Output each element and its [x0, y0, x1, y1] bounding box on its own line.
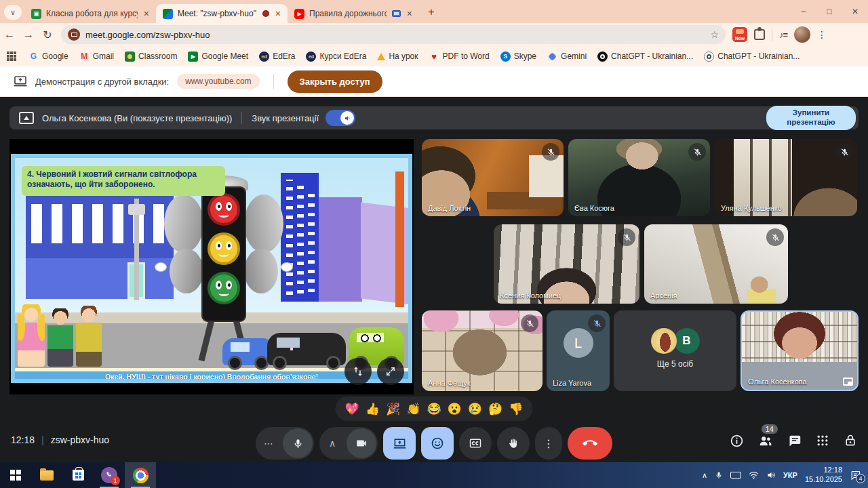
- slide-orange-pole: [395, 171, 404, 307]
- back-button[interactable]: ←: [0, 28, 19, 41]
- reaction-laugh[interactable]: 😂: [427, 403, 441, 415]
- chevron-down-icon: ∨: [10, 8, 16, 17]
- mic-options-button[interactable]: ⋯: [256, 438, 281, 449]
- bookmark-gemini[interactable]: Gemini: [547, 52, 587, 61]
- reaction-heart[interactable]: 💖: [345, 403, 359, 415]
- camera-options-button[interactable]: ∧: [319, 438, 345, 449]
- people-panel-button[interactable]: 14: [758, 433, 773, 448]
- profile-avatar[interactable]: [794, 26, 810, 43]
- close-tab-icon[interactable]: ×: [406, 9, 414, 18]
- media-controls-icon[interactable]: ♪≡: [779, 30, 787, 40]
- tray-mic-icon[interactable]: [715, 470, 723, 480]
- viber-button[interactable]: 1: [94, 462, 125, 488]
- close-tab-icon[interactable]: ×: [142, 9, 151, 18]
- volume-icon[interactable]: [766, 470, 776, 480]
- slide-art: [18, 304, 45, 367]
- apps-grid-icon[interactable]: [7, 52, 16, 61]
- close-tab-icon[interactable]: ×: [274, 9, 282, 18]
- reactions-bar: 💖 👍 🎉 👏 😂 😮 😢 🤔 👎: [336, 396, 533, 421]
- keyboard-icon[interactable]: [730, 472, 741, 479]
- chat-panel-button[interactable]: [787, 434, 802, 448]
- reaction-thumbs-down[interactable]: 👎: [509, 403, 523, 415]
- host-controls-lock-button[interactable]: [844, 434, 857, 447]
- hidden-icons-chevron[interactable]: ∧: [702, 471, 707, 480]
- bookmark-skype[interactable]: SSkype: [500, 52, 536, 62]
- tab-search-button[interactable]: ∨: [4, 5, 22, 20]
- presenter-name: Ольга Косенкова (Ви (показуєте презентац…: [42, 113, 232, 123]
- microsoft-store-button[interactable]: [62, 462, 94, 488]
- fullscreen-button[interactable]: [377, 358, 404, 385]
- language-indicator[interactable]: УКР: [783, 471, 797, 479]
- microphone-group: ⋯: [256, 427, 314, 460]
- presentation-sound-toggle[interactable]: [326, 110, 355, 126]
- video-tile-olga-self[interactable]: Ольга Косенкова: [741, 310, 859, 391]
- raise-hand-button[interactable]: [497, 427, 530, 460]
- new-tab-button[interactable]: +: [423, 4, 439, 20]
- hang-up-button[interactable]: [568, 427, 612, 460]
- bookmark-chatgpt-2[interactable]: ChatGPT - Ukrainian...: [704, 52, 800, 62]
- start-button[interactable]: [0, 462, 31, 488]
- video-tile-ksenia[interactable]: Ксения Коломиец: [494, 224, 639, 304]
- forward-button[interactable]: →: [19, 28, 38, 41]
- close-window-button[interactable]: ✕: [842, 7, 868, 16]
- notification-center-button[interactable]: 4: [850, 470, 861, 481]
- reactions-button-active[interactable]: [421, 427, 454, 460]
- presentation-stage[interactable]: 4. Червоний і жовтий сигнали світлофора …: [9, 139, 414, 394]
- picture-in-picture-icon[interactable]: [843, 378, 853, 386]
- bookmark-google-meet[interactable]: ▶Google Meet: [188, 52, 248, 62]
- divider: [241, 112, 242, 124]
- more-options-button[interactable]: ⋮: [535, 427, 562, 460]
- reaction-thumbs-up[interactable]: 👍: [366, 403, 380, 415]
- taskbar-clock[interactable]: 12:18 15.10.2025: [805, 466, 842, 485]
- video-tile-liza[interactable]: L Liza Yarova: [547, 310, 610, 391]
- camera-button[interactable]: [347, 428, 376, 458]
- bookmark-na-urok[interactable]: На урок: [377, 52, 418, 61]
- video-tile-arsenia[interactable]: Арсенія: [644, 224, 788, 304]
- new-extension-icon[interactable]: New: [732, 27, 747, 42]
- chrome-button[interactable]: [125, 462, 156, 488]
- bookmark-gmail[interactable]: MGmail: [79, 52, 114, 62]
- reload-button[interactable]: ↻: [38, 28, 57, 41]
- bookmark-label: Google: [42, 52, 68, 61]
- stop-sharing-button[interactable]: Закрыть доступ: [288, 70, 382, 93]
- bookmark-classroom[interactable]: Classroom: [125, 52, 177, 62]
- bookmark-edera[interactable]: edEdEra: [259, 52, 295, 62]
- bookmark-label: На урок: [389, 52, 418, 61]
- reaction-thinking[interactable]: 🤔: [488, 403, 502, 415]
- video-tile-eva[interactable]: Єва Косюга: [568, 139, 710, 216]
- meeting-details-button[interactable]: [730, 434, 744, 448]
- bookmark-kursy-edera[interactable]: edКурси EdEra: [306, 52, 366, 62]
- microphone-button[interactable]: [283, 428, 313, 458]
- video-tile-anna[interactable]: Анна Фещук: [422, 310, 542, 391]
- tab-meet[interactable]: Meet: "zsw-pbxv-huo" ×: [156, 4, 288, 23]
- swap-layout-button[interactable]: [344, 358, 372, 385]
- more-participants-tile[interactable]: B Ще 5 осіб: [614, 310, 736, 391]
- reaction-party[interactable]: 🎉: [386, 403, 400, 415]
- file-explorer-button[interactable]: [31, 462, 62, 488]
- activities-grid-button[interactable]: [816, 434, 829, 447]
- captions-button[interactable]: [459, 427, 492, 460]
- wifi-icon[interactable]: [749, 471, 759, 480]
- minimize-button[interactable]: –: [791, 7, 816, 16]
- bookmark-chatgpt-1[interactable]: ChatGPT - Ukrainian...: [597, 52, 693, 62]
- bookmark-google[interactable]: GGoogle: [28, 52, 68, 62]
- extensions-puzzle-icon[interactable]: [754, 29, 765, 40]
- tab-classroom[interactable]: ▣ Класна робота для курсу "5 кл ×: [24, 4, 156, 23]
- bookmark-pdf-to-word[interactable]: ♥PDF to Word: [429, 52, 490, 62]
- present-button-active[interactable]: [383, 427, 416, 460]
- video-tile-david[interactable]: Давід Локтін: [422, 139, 564, 216]
- browser-menu-icon[interactable]: ⋮: [817, 29, 827, 40]
- reaction-cry[interactable]: 😢: [468, 403, 482, 415]
- tab-youtube[interactable]: ▶ Правила дорожнього рух ×: [288, 4, 419, 23]
- bookmark-star-icon[interactable]: ☆: [710, 29, 719, 40]
- bookmark-label: Gmail: [93, 52, 114, 61]
- maximize-button[interactable]: □: [816, 7, 842, 16]
- more-participants-label: Ще 5 осіб: [614, 359, 736, 369]
- video-tile-ulyana[interactable]: Уляна Кульшенко: [715, 139, 857, 216]
- meet-main-area: Ольга Косенкова (Ви (показуєте презентац…: [0, 97, 868, 462]
- url-bar[interactable]: meet.google.com/zsw-pbxv-huo ☆: [61, 25, 726, 44]
- reaction-clap[interactable]: 👏: [406, 403, 420, 415]
- stop-presentation-button[interactable]: Зупинити презентацію: [766, 106, 856, 130]
- reaction-surprised[interactable]: 😮: [448, 403, 462, 415]
- participant-name: Давід Локтін: [428, 204, 471, 212]
